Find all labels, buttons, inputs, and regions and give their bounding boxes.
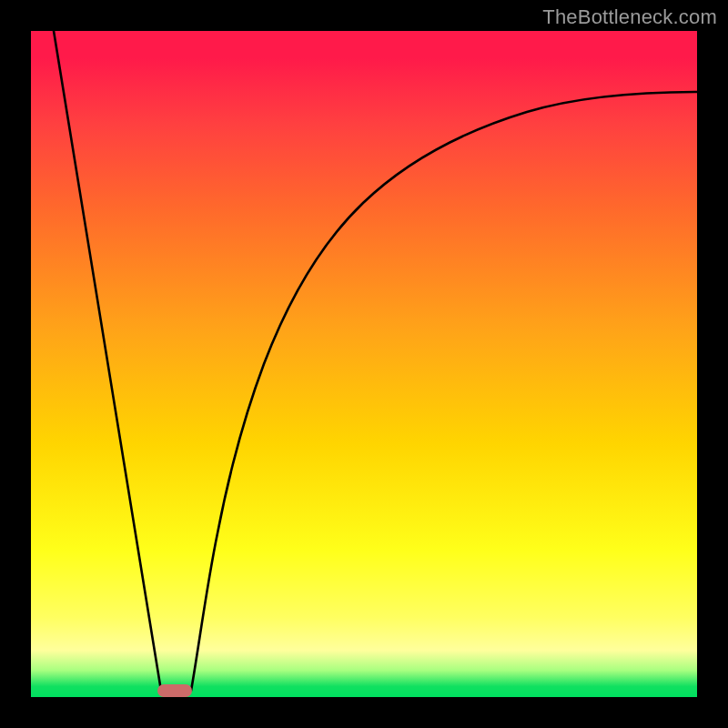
left-line xyxy=(54,31,161,691)
watermark-label: TheBottleneck.com xyxy=(542,5,717,29)
optimum-marker xyxy=(157,684,192,697)
plot-area xyxy=(31,31,697,697)
chart-frame: TheBottleneck.com xyxy=(0,0,728,728)
right-curve xyxy=(191,92,697,691)
curve-overlay xyxy=(31,31,697,697)
